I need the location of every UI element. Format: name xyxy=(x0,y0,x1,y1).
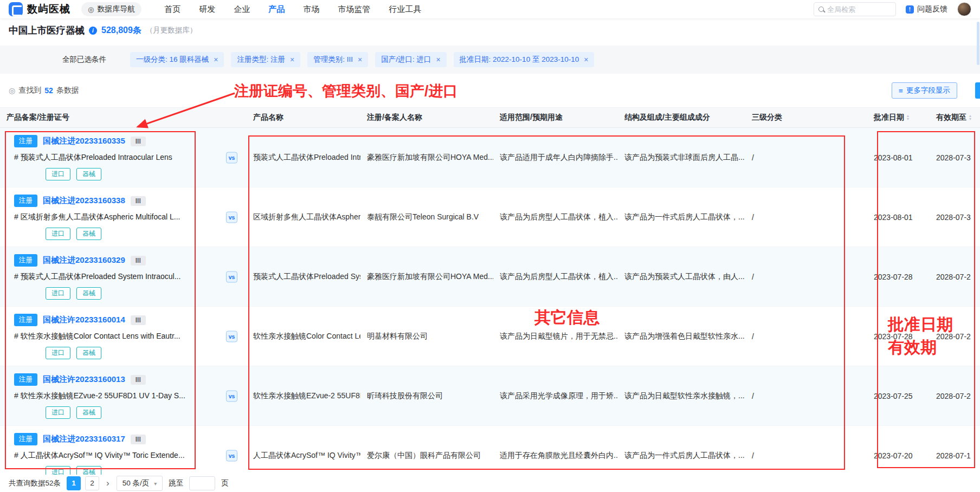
cell-registrant: 明基材料有限公司 xyxy=(360,332,493,341)
table-row[interactable]: 注册 国械注许20233160014 III # 软性亲水接触镜Color Co… xyxy=(0,307,980,366)
nav-menu: 首页研发企业产品市场市场监管行业工具 xyxy=(164,4,421,15)
filter-chip[interactable]: 管理类别: III× xyxy=(307,52,368,67)
registration-number-link[interactable]: 国械注进20233160329 xyxy=(43,255,125,266)
chip-close-icon[interactable]: × xyxy=(214,55,218,64)
more-fields-button[interactable]: ≡ 更多字段显示 xyxy=(892,82,957,99)
sort-icon[interactable]: ▴▾ xyxy=(907,114,909,121)
jump-page-input[interactable] xyxy=(189,476,215,490)
page-button-1[interactable]: 1 xyxy=(67,476,81,490)
next-page-button[interactable]: › xyxy=(105,476,111,490)
row-tags: 进口器械 xyxy=(46,228,247,240)
vs-compare-icon[interactable]: vs xyxy=(226,211,237,223)
cell-registrant: 豪雅医疗新加坡有限公司HOYA Med... xyxy=(360,272,493,282)
nav-item-行业工具[interactable]: 行业工具 xyxy=(389,4,421,15)
filter-chip[interactable]: 一级分类: 16 眼科器械× xyxy=(130,52,224,67)
mgmt-class-badge: III xyxy=(131,196,146,206)
cell-structure: 该产品为预装式非球面后房人工晶... xyxy=(618,153,745,163)
page-title: 中国上市医疗器械 xyxy=(9,24,85,37)
sort-icon[interactable]: ▴▾ xyxy=(969,114,971,121)
table-row[interactable]: 注册 国械注许20233160013 III # 软性亲水接触镜EZvue-2 … xyxy=(0,366,980,426)
total-count: 528,809条 xyxy=(101,25,141,36)
vs-compare-icon[interactable]: vs xyxy=(226,331,237,342)
cell-level3-category: / xyxy=(745,213,867,222)
column-header[interactable]: 有效期至▴▾ xyxy=(930,113,980,122)
tag-badge: 进口 xyxy=(46,287,70,300)
column-header: 注册/备案人名称 xyxy=(360,113,493,122)
nav-item-市场监管[interactable]: 市场监管 xyxy=(338,4,370,15)
tag-badge: 进口 xyxy=(46,466,70,475)
tag-badge: 器械 xyxy=(76,406,101,419)
cell-scope: 该产品采用光学成像原理，用于矫... xyxy=(493,391,618,401)
registration-number-link[interactable]: 国械注进20233160338 xyxy=(43,196,125,206)
cell-valid-until: 2028-07-3 xyxy=(930,213,980,222)
chip-close-icon[interactable]: × xyxy=(436,55,440,64)
cell-registrant: 豪雅医疗新加坡有限公司HOYA Med... xyxy=(360,153,493,163)
vs-compare-icon[interactable]: vs xyxy=(226,390,237,402)
database-nav-button[interactable]: ◎ 数据库导航 xyxy=(81,2,141,16)
cell-registration: 注册 国械注许20233160014 III # 软性亲水接触镜Color Co… xyxy=(0,307,247,366)
scrollbar-thumb[interactable] xyxy=(977,22,979,65)
page-size-value: 50 条/页 xyxy=(122,478,150,488)
cell-valid-until: 2028-07-1 xyxy=(930,451,980,460)
table-row[interactable]: 注册 国械注进20233160317 III # 人工晶状体AcrySof™ I… xyxy=(0,426,980,475)
filter-chip-label: 一级分类: 16 眼科器械 xyxy=(136,55,209,64)
cell-level3-category: / xyxy=(745,332,867,341)
nav-item-首页[interactable]: 首页 xyxy=(164,4,180,15)
column-header[interactable]: 批准日期▴▾ xyxy=(867,113,930,122)
cell-registration: 注册 国械注进20233160329 III # 预装式人工晶状体Preload… xyxy=(0,247,247,306)
vs-compare-icon[interactable]: vs xyxy=(226,450,237,461)
reg-type-badge: 注册 xyxy=(14,314,37,326)
filter-chip[interactable]: 批准日期: 2022-10-10 至 2023-10-10× xyxy=(454,52,595,67)
vs-compare-icon[interactable]: vs xyxy=(226,271,237,282)
logo-text: 数屿医械 xyxy=(27,2,70,16)
user-avatar[interactable] xyxy=(957,2,971,16)
filter-chip[interactable]: 国产/进口: 进口× xyxy=(375,52,446,67)
nav-item-研发[interactable]: 研发 xyxy=(199,4,215,15)
search-input[interactable] xyxy=(827,5,887,14)
page-button-2[interactable]: 2 xyxy=(85,476,99,490)
cell-level3-category: / xyxy=(745,273,867,281)
table-row[interactable]: 注册 国械注进20233160329 III # 预装式人工晶状体Preload… xyxy=(0,247,980,307)
chip-close-icon[interactable]: × xyxy=(290,55,294,64)
chip-close-icon[interactable]: × xyxy=(358,55,362,64)
nav-item-市场[interactable]: 市场 xyxy=(303,4,319,15)
product-full-name: # 区域折射多焦人工晶状体Aspheric Multifocal L... xyxy=(14,212,201,222)
table-row[interactable]: 注册 国械注进20233160335 III # 预装式人工晶状体Preload… xyxy=(0,128,980,187)
cell-scope: 该产品为日戴型镜片，用于无禁忌... xyxy=(493,332,618,341)
column-header: 产品备案/注册证号 xyxy=(0,113,247,122)
filter-chips: 一级分类: 16 眼科器械×注册类型: 注册×管理类别: III×国产/进口: … xyxy=(130,52,594,67)
nav-item-产品[interactable]: 产品 xyxy=(268,4,285,15)
global-search[interactable] xyxy=(814,2,896,16)
cell-level3-category: / xyxy=(745,153,867,162)
registration-number-link[interactable]: 国械注许20233160013 xyxy=(43,374,125,385)
registration-number-link[interactable]: 国械注进20233160317 xyxy=(43,434,125,444)
cell-scope: 该产品为后房型人工晶状体，植入... xyxy=(493,212,618,222)
vs-compare-icon[interactable]: vs xyxy=(226,152,237,163)
cell-valid-until: 2028-07-2 xyxy=(930,392,980,400)
registration-number-link[interactable]: 国械注许20233160014 xyxy=(43,315,125,325)
cell-approval-date: 2023-07-28 xyxy=(867,332,930,341)
logo-icon xyxy=(9,2,23,16)
feedback-icon: ! xyxy=(906,5,914,14)
info-icon[interactable]: i xyxy=(89,27,97,35)
cell-registration: 注册 国械注进20233160338 III # 区域折射多焦人工晶状体Asph… xyxy=(0,187,247,247)
feedback-button[interactable]: ! 问题反馈 xyxy=(906,4,947,14)
pagination-bar: 共查询数据52条 12 › 50 条/页 ▾ 跳至 页 xyxy=(0,475,980,492)
app-logo[interactable]: 数屿医械 xyxy=(9,2,70,16)
top-navbar: 数屿医械 ◎ 数据库导航 首页研发企业产品市场市场监管行业工具 ! 问题反馈 xyxy=(0,0,980,18)
page-size-select[interactable]: 50 条/页 ▾ xyxy=(117,476,163,491)
more-fields-icon: ≡ xyxy=(899,87,903,95)
cell-registrant: 泰靓有限公司Teleon Surgical B.V xyxy=(360,212,493,222)
chip-close-icon[interactable]: × xyxy=(584,55,588,64)
row-tags: 进口器械 xyxy=(46,347,247,359)
registration-number-link[interactable]: 国械注进20233160335 xyxy=(43,136,125,146)
cell-registration: 注册 国械注许20233160013 III # 软性亲水接触镜EZvue-2 … xyxy=(0,366,247,425)
filter-bar: 全部已选条件 一级分类: 16 眼科器械×注册类型: 注册×管理类别: III×… xyxy=(0,46,980,74)
reg-type-badge: 注册 xyxy=(14,195,37,207)
partial-toolbar-button[interactable] xyxy=(975,82,980,99)
filter-chip[interactable]: 注册类型: 注册× xyxy=(231,52,300,67)
nav-item-企业[interactable]: 企业 xyxy=(234,4,250,15)
filter-chip-label: 国产/进口: 进口 xyxy=(381,55,431,64)
product-full-name: # 软性亲水接触镜EZvue-2 55UF8D1 UV 1-Day S... xyxy=(14,391,201,401)
table-row[interactable]: 注册 国械注进20233160338 III # 区域折射多焦人工晶状体Asph… xyxy=(0,187,980,247)
